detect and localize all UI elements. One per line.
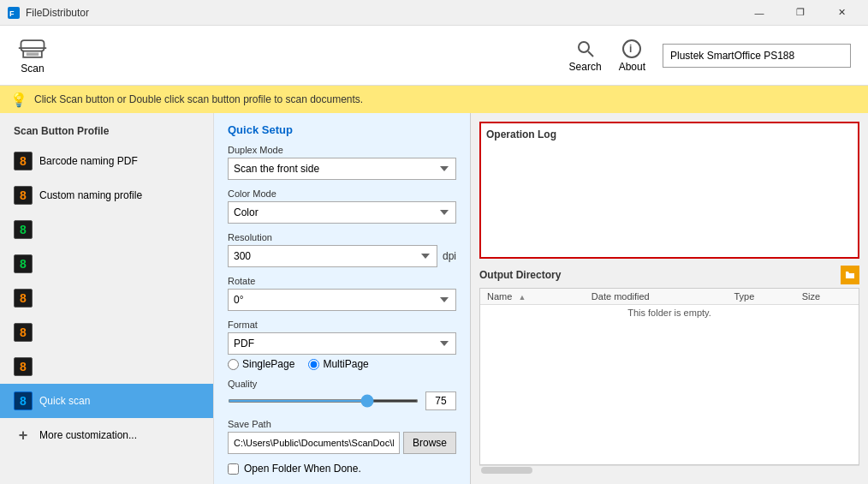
search-icon xyxy=(575,39,596,59)
sidebar-item-custom-naming[interactable]: 8 Custom naming profile xyxy=(0,178,213,212)
sidebar-item-icon-custom: 8 xyxy=(14,186,33,205)
page-mode-row: SinglePage MultiPage xyxy=(228,358,456,370)
col-name[interactable]: Name ▲ xyxy=(480,289,585,305)
format-field: Format PDF TIFF JPEG BMP SinglePage Mult… xyxy=(228,320,456,370)
multi-page-label[interactable]: MultiPage xyxy=(308,358,368,370)
duplex-mode-select[interactable]: Scan the front side Scan both sides Scan… xyxy=(228,158,456,180)
app-title: FileDistributor xyxy=(26,7,740,19)
resolution-row: 75 150 200 300 400 600 dpi xyxy=(228,245,456,267)
sidebar-item-label-barcode: Barcode naming PDF xyxy=(39,155,138,167)
sidebar-item-icon-5: 8 xyxy=(14,289,33,308)
save-path-input[interactable] xyxy=(228,432,400,454)
open-folder-checkbox[interactable] xyxy=(228,463,239,475)
quality-field: Quality 75 xyxy=(228,379,456,410)
operation-log: Operation Log xyxy=(479,122,859,259)
right-panel: Operation Log Output Directory xyxy=(471,113,868,484)
output-directory: Output Directory Name ▲ xyxy=(479,266,859,475)
sidebar-item-icon-quickscan: 8 xyxy=(14,391,33,410)
sidebar-item-icon-4: 8 xyxy=(14,254,33,273)
operation-log-title: Operation Log xyxy=(486,128,853,140)
device-input[interactable] xyxy=(663,44,851,68)
window-controls: — ❐ ✕ xyxy=(740,0,861,26)
output-dir-thead: Name ▲ Date modified Type Size xyxy=(480,289,859,305)
operation-log-content xyxy=(486,144,853,247)
col-type[interactable]: Type xyxy=(727,289,794,305)
app-icon: F xyxy=(7,6,21,20)
quality-label: Quality xyxy=(228,379,456,389)
sidebar-item-7[interactable]: 8 xyxy=(0,350,213,384)
scan-label: Scan xyxy=(21,63,44,75)
output-dir-header: Output Directory xyxy=(479,266,859,284)
sidebar-item-quick-scan[interactable]: 8 Quick scan xyxy=(0,384,213,418)
about-icon: i xyxy=(621,39,642,59)
format-label: Format xyxy=(228,320,456,330)
plus-icon: + xyxy=(14,426,33,445)
empty-message: This folder is empty. xyxy=(480,305,859,321)
duplex-mode-field: Duplex Mode Scan the front side Scan bot… xyxy=(228,145,456,180)
search-button[interactable]: Search xyxy=(569,39,602,73)
dpi-label: dpi xyxy=(443,250,456,262)
close-button[interactable]: ✕ xyxy=(822,0,861,26)
sidebar-item-more-customization[interactable]: + More customization... xyxy=(0,418,213,452)
resolution-field: Resolution 75 150 200 300 400 600 dpi xyxy=(228,232,456,267)
titlebar: F FileDistributor — ❐ ✕ xyxy=(0,0,868,26)
sidebar-item-6[interactable]: 8 xyxy=(0,315,213,350)
color-mode-select[interactable]: Color Grayscale Black & White xyxy=(228,201,456,224)
sidebar-item-4[interactable]: 8 xyxy=(0,247,213,281)
notice-message: Click Scan button or Double click scan b… xyxy=(34,93,363,105)
sidebar-title: Scan Button Profile xyxy=(0,122,213,144)
sidebar-item-label-custom: Custom naming profile xyxy=(39,189,142,201)
col-size[interactable]: Size xyxy=(795,289,859,305)
scan-button[interactable]: Scan xyxy=(17,37,48,75)
rotate-field: Rotate 0° 90° 180° 270° xyxy=(228,276,456,311)
open-folder-label[interactable]: Open Folder When Done. xyxy=(244,463,361,475)
sidebar: Scan Button Profile 8 Barcode naming PDF… xyxy=(0,113,214,484)
rotate-select[interactable]: 0° 90° 180° 270° xyxy=(228,289,456,311)
multi-page-radio[interactable] xyxy=(308,359,319,370)
svg-line-4 xyxy=(588,51,593,57)
browse-button[interactable]: Browse xyxy=(403,432,456,454)
duplex-mode-label: Duplex Mode xyxy=(228,145,456,155)
output-dir-folder-button[interactable] xyxy=(841,266,859,284)
save-path-row: Browse xyxy=(228,432,456,454)
sidebar-item-icon-barcode: 8 xyxy=(14,152,33,170)
output-dir-table-container: Name ▲ Date modified Type Size xyxy=(479,288,859,465)
save-path-field: Save Path Browse xyxy=(228,419,456,454)
scrollbar-thumb[interactable] xyxy=(481,467,532,474)
svg-point-3 xyxy=(579,42,589,52)
single-page-radio[interactable] xyxy=(228,359,239,370)
about-button[interactable]: i About xyxy=(619,39,645,73)
resolution-label: Resolution xyxy=(228,232,456,242)
search-label: Search xyxy=(569,61,602,73)
about-label: About xyxy=(619,61,645,73)
rotate-label: Rotate xyxy=(228,276,456,286)
sidebar-item-3[interactable]: 8 xyxy=(0,212,213,247)
restore-button[interactable]: ❐ xyxy=(781,0,820,26)
col-date-modified[interactable]: Date modified xyxy=(585,289,728,305)
single-page-label[interactable]: SinglePage xyxy=(228,358,294,370)
output-dir-tbody: This folder is empty. xyxy=(480,305,859,321)
quality-slider[interactable] xyxy=(228,399,419,403)
sidebar-item-icon-7: 8 xyxy=(14,357,33,376)
quick-setup-panel: Quick Setup Duplex Mode Scan the front s… xyxy=(214,113,471,484)
svg-text:i: i xyxy=(629,43,632,55)
output-dir-scrollbar[interactable] xyxy=(479,465,859,475)
toolbar: Scan Search i About xyxy=(0,26,868,86)
color-mode-label: Color Mode xyxy=(228,188,456,199)
sidebar-item-barcode-naming[interactable]: 8 Barcode naming PDF xyxy=(0,144,213,178)
resolution-select[interactable]: 75 150 200 300 400 600 xyxy=(228,245,437,267)
sidebar-item-label-more: More customization... xyxy=(39,429,137,441)
save-path-label: Save Path xyxy=(228,419,456,429)
output-dir-table: Name ▲ Date modified Type Size xyxy=(480,289,859,320)
folder-icon xyxy=(844,269,856,281)
sidebar-item-5[interactable]: 8 xyxy=(0,281,213,315)
svg-text:F: F xyxy=(9,9,15,18)
sidebar-item-label-quickscan: Quick scan xyxy=(39,395,90,407)
sidebar-item-icon-3: 8 xyxy=(14,220,33,239)
format-select[interactable]: PDF TIFF JPEG BMP xyxy=(228,332,456,355)
color-mode-field: Color Mode Color Grayscale Black & White xyxy=(228,188,456,224)
quick-setup-title: Quick Setup xyxy=(228,123,456,136)
quality-value: 75 xyxy=(425,391,456,410)
svg-rect-2 xyxy=(27,52,39,56)
minimize-button[interactable]: — xyxy=(740,0,779,26)
